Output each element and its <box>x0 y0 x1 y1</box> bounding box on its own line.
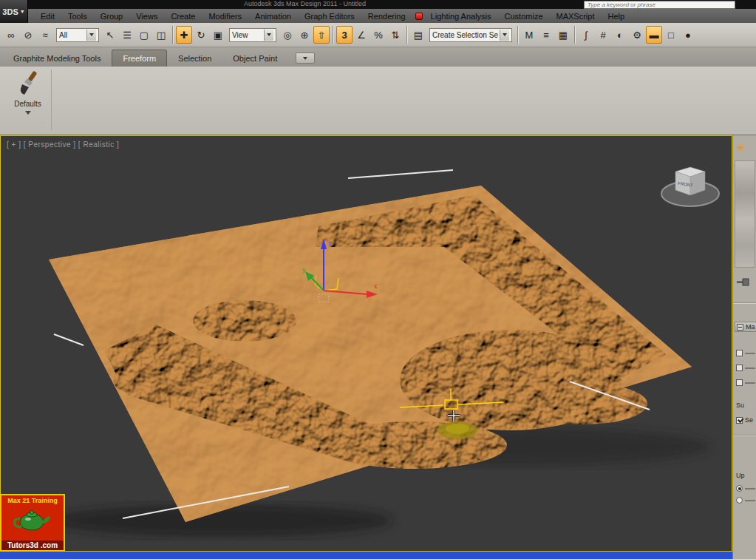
teapot-icon <box>12 504 53 534</box>
menu-help[interactable]: Help <box>602 10 632 22</box>
defaults-label: Defaults <box>14 100 41 108</box>
ribbon-tab-bar: Graphite Modeling Tools Freeform Selecti… <box>0 47 756 67</box>
curve-editor-icon[interactable]: ∫ <box>578 26 594 44</box>
graphite-ribbon-toggle-icon[interactable]: ▬ <box>646 26 662 44</box>
pin-icon[interactable] <box>737 277 752 289</box>
tab-selection[interactable]: Selection <box>168 50 222 67</box>
angle-snap-icon[interactable]: ∠ <box>353 26 370 44</box>
viewcube[interactable]: FRONT <box>661 167 719 206</box>
title-bar: Autodesk 3ds Max Design 2011 - Untitled <box>0 0 756 9</box>
schematic-view-icon[interactable]: # <box>595 26 611 44</box>
section-label-surface: Su <box>736 402 756 409</box>
select-by-name-icon[interactable]: ☰ <box>119 26 135 44</box>
radio-row[interactable] <box>736 497 756 504</box>
menu-bar: Edit Tools Group Views Create Modifiers … <box>28 9 756 23</box>
checkbox-checked-icon[interactable] <box>736 417 743 424</box>
unlink-selection-icon[interactable]: ⊘ <box>20 26 36 44</box>
option-row[interactable] <box>736 350 756 356</box>
menu-customize[interactable]: Customize <box>498 10 550 22</box>
layer-manager-icon[interactable]: ▦ <box>555 26 571 44</box>
select-and-move-icon[interactable]: ✚ <box>176 26 192 44</box>
perspective-viewport[interactable]: [ + ] [ Perspective ] [ Realistic ] <box>0 135 732 552</box>
menu-animation[interactable]: Animation <box>248 10 298 22</box>
coord-system-value: View <box>232 31 248 39</box>
collapse-icon <box>737 324 743 331</box>
bind-to-space-warp-icon[interactable]: ≈ <box>37 26 53 44</box>
panel-divider <box>733 435 756 436</box>
snaps-toggle-icon[interactable]: 3 <box>336 26 353 44</box>
checkbox-icon[interactable] <box>736 350 743 356</box>
tab-object-paint[interactable]: Object Paint <box>222 50 287 67</box>
menu-views[interactable]: Views <box>129 10 164 22</box>
select-and-scale-icon[interactable]: ▣ <box>210 26 226 44</box>
application-button-label: 3DS <box>2 7 18 16</box>
panel-preview <box>735 160 755 268</box>
spinner-snap-icon[interactable]: ⇅ <box>387 26 403 44</box>
rendered-frame-window-icon[interactable]: □ <box>663 26 679 44</box>
ribbon-body: Defaults <box>0 67 756 135</box>
tab-freeform[interactable]: Freeform <box>112 50 167 67</box>
gizmo-x-label: x <box>374 282 378 290</box>
defaults-panel[interactable]: Defaults <box>4 70 52 130</box>
option-row[interactable] <box>736 379 756 386</box>
select-label: Se <box>745 416 753 424</box>
chevron-down-icon <box>25 111 31 118</box>
watermark-title: Max 21 Training <box>7 497 58 504</box>
sunburst-icon[interactable]: ✳ <box>736 141 746 155</box>
rollout-header-label: Ma <box>746 323 755 331</box>
render-production-icon[interactable]: ● <box>680 26 696 44</box>
ribbon-minimize-button[interactable] <box>296 52 315 64</box>
select-and-link-icon[interactable]: ∞ <box>3 26 19 44</box>
select-object-icon[interactable]: ↖ <box>102 26 118 44</box>
rectangular-selection-region-icon[interactable]: ▢ <box>136 26 152 44</box>
named-selection-dropdown[interactable]: Create Selection Se <box>429 28 512 42</box>
3dsmax-window: Autodesk 3ds Max Design 2011 - Untitled … <box>0 0 756 559</box>
radio-icon[interactable] <box>736 497 743 504</box>
menu-graph-editors[interactable]: Graph Editors <box>298 10 361 22</box>
viewport-label[interactable]: [ + ] [ Perspective ] [ Realistic ] <box>7 140 119 149</box>
application-menu-button[interactable]: 3DS ▼ <box>0 0 28 23</box>
toolbar-separator <box>406 26 407 44</box>
radio-row[interactable] <box>736 485 756 492</box>
menu-tools[interactable]: Tools <box>61 10 94 22</box>
main-toolbar: ∞ ⊘ ≈ All ↖ ☰ ▢ ◫ ✚ ↻ ▣ View ◎ ⊕ ⇧ 3 ∠ %… <box>0 23 756 47</box>
help-search-input[interactable] <box>584 1 735 9</box>
checkbox-icon[interactable] <box>736 379 743 386</box>
select-and-manipulate-icon[interactable]: ⊕ <box>296 26 313 44</box>
menu-group[interactable]: Group <box>94 10 130 22</box>
mirror-icon[interactable]: M <box>521 26 537 44</box>
selection-filter-dropdown[interactable]: All <box>56 28 99 42</box>
window-crossing-icon[interactable]: ◫ <box>153 26 169 44</box>
reference-coordinate-dropdown[interactable]: View <box>229 28 276 42</box>
toolbar-separator <box>517 26 518 44</box>
menu-modifiers[interactable]: Modifiers <box>202 10 248 22</box>
option-row[interactable] <box>736 365 756 371</box>
select-and-rotate-icon[interactable]: ↻ <box>193 26 209 44</box>
tab-graphite-modeling-tools[interactable]: Graphite Modeling Tools <box>3 50 111 67</box>
menu-rendering[interactable]: Rendering <box>361 10 412 22</box>
keyboard-shortcut-override-icon[interactable]: ⇧ <box>313 26 330 44</box>
option-row-select[interactable]: Se <box>736 416 756 424</box>
terrain-mesh[interactable] <box>49 186 692 522</box>
menu-maxscript[interactable]: MAXScript <box>550 10 602 22</box>
section-label-update: Up <box>736 472 756 479</box>
menu-create[interactable]: Create <box>164 10 202 22</box>
use-pivot-point-center-icon[interactable]: ◎ <box>279 26 296 44</box>
render-setup-icon[interactable]: ⚙ <box>629 26 645 44</box>
gizmo-y-label: y <box>302 266 306 274</box>
panel-divider <box>733 302 756 303</box>
menu-edit[interactable]: Edit <box>34 10 61 22</box>
rollout-header[interactable]: Ma <box>735 322 756 332</box>
material-editor-icon[interactable]: ◐ <box>612 26 628 44</box>
percent-snap-icon[interactable]: % <box>370 26 386 44</box>
edit-named-selection-sets-icon[interactable]: ▤ <box>410 26 426 44</box>
command-panel: ✳ Ma Su Se Up <box>732 135 756 559</box>
gizmo-z-label: z <box>328 240 332 247</box>
radio-selected-icon[interactable] <box>736 485 743 492</box>
chevron-down-icon <box>264 30 273 41</box>
chevron-down-icon <box>500 30 509 41</box>
align-icon[interactable]: ≡ <box>538 26 554 44</box>
lighting-analysis-icon <box>415 13 423 20</box>
checkbox-icon[interactable] <box>736 365 743 371</box>
menu-lighting-analysis[interactable]: Lighting Analysis <box>424 10 498 22</box>
